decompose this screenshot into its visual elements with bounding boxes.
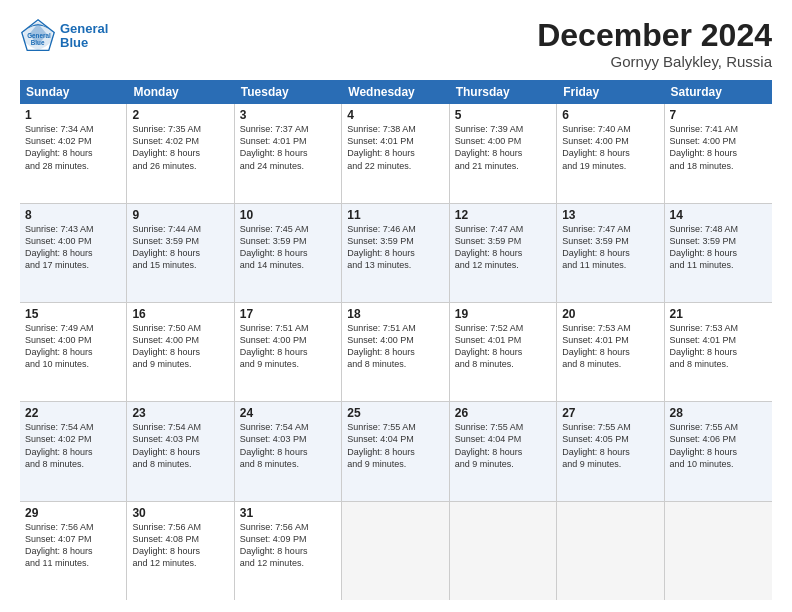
cell-info-line: Sunset: 4:03 PM xyxy=(132,433,228,445)
cell-info-line: Daylight: 8 hours xyxy=(562,446,658,458)
cell-info-line: Sunrise: 7:53 AM xyxy=(562,322,658,334)
cell-info-line: Sunrise: 7:44 AM xyxy=(132,223,228,235)
cal-cell: 17Sunrise: 7:51 AMSunset: 4:00 PMDayligh… xyxy=(235,303,342,401)
cell-info-line: and 18 minutes. xyxy=(670,160,767,172)
cell-info-line: Sunrise: 7:39 AM xyxy=(455,123,551,135)
cell-info-line: Daylight: 8 hours xyxy=(240,147,336,159)
cal-cell: 20Sunrise: 7:53 AMSunset: 4:01 PMDayligh… xyxy=(557,303,664,401)
cell-info-line: Sunset: 4:06 PM xyxy=(670,433,767,445)
cal-cell: 24Sunrise: 7:54 AMSunset: 4:03 PMDayligh… xyxy=(235,402,342,500)
day-number: 27 xyxy=(562,406,658,420)
cal-row-3: 15Sunrise: 7:49 AMSunset: 4:00 PMDayligh… xyxy=(20,303,772,402)
cell-info-line: Sunset: 4:03 PM xyxy=(240,433,336,445)
cal-cell: 18Sunrise: 7:51 AMSunset: 4:00 PMDayligh… xyxy=(342,303,449,401)
title-block: December 2024 Gornyy Balykley, Russia xyxy=(537,18,772,70)
cal-cell: 12Sunrise: 7:47 AMSunset: 3:59 PMDayligh… xyxy=(450,204,557,302)
cell-info-line: and 11 minutes. xyxy=(670,259,767,271)
header-day-sunday: Sunday xyxy=(20,80,127,104)
header-day-wednesday: Wednesday xyxy=(342,80,449,104)
cell-info-line: Sunrise: 7:41 AM xyxy=(670,123,767,135)
cell-info-line: and 9 minutes. xyxy=(132,358,228,370)
cell-info-line: Daylight: 8 hours xyxy=(240,545,336,557)
cell-info-line: and 15 minutes. xyxy=(132,259,228,271)
cell-info-line: and 9 minutes. xyxy=(347,458,443,470)
cal-cell: 8Sunrise: 7:43 AMSunset: 4:00 PMDaylight… xyxy=(20,204,127,302)
calendar: SundayMondayTuesdayWednesdayThursdayFrid… xyxy=(20,80,772,600)
cal-cell: 31Sunrise: 7:56 AMSunset: 4:09 PMDayligh… xyxy=(235,502,342,600)
header: General Blue General Blue December 2024 … xyxy=(20,18,772,70)
cell-info-line: Sunset: 3:59 PM xyxy=(347,235,443,247)
cell-info-line: Sunrise: 7:53 AM xyxy=(670,322,767,334)
cell-info-line: Daylight: 8 hours xyxy=(240,446,336,458)
day-number: 19 xyxy=(455,307,551,321)
day-number: 2 xyxy=(132,108,228,122)
day-number: 16 xyxy=(132,307,228,321)
cal-cell: 3Sunrise: 7:37 AMSunset: 4:01 PMDaylight… xyxy=(235,104,342,202)
cell-info-line: Daylight: 8 hours xyxy=(455,247,551,259)
cal-cell: 13Sunrise: 7:47 AMSunset: 3:59 PMDayligh… xyxy=(557,204,664,302)
day-number: 22 xyxy=(25,406,121,420)
cell-info-line: Daylight: 8 hours xyxy=(562,247,658,259)
cell-info-line: Sunset: 4:01 PM xyxy=(455,334,551,346)
cal-cell: 15Sunrise: 7:49 AMSunset: 4:00 PMDayligh… xyxy=(20,303,127,401)
cell-info-line: Sunset: 4:04 PM xyxy=(347,433,443,445)
cell-info-line: Sunrise: 7:51 AM xyxy=(240,322,336,334)
logo: General Blue General Blue xyxy=(20,18,108,54)
cell-info-line: Sunset: 4:02 PM xyxy=(132,135,228,147)
calendar-body: 1Sunrise: 7:34 AMSunset: 4:02 PMDaylight… xyxy=(20,104,772,600)
cell-info-line: Sunset: 4:00 PM xyxy=(670,135,767,147)
cell-info-line: Sunrise: 7:46 AM xyxy=(347,223,443,235)
cell-info-line: Daylight: 8 hours xyxy=(25,545,121,557)
cell-info-line: Sunset: 4:05 PM xyxy=(562,433,658,445)
cell-info-line: Sunrise: 7:54 AM xyxy=(25,421,121,433)
cell-info-line: Daylight: 8 hours xyxy=(670,247,767,259)
cal-cell: 14Sunrise: 7:48 AMSunset: 3:59 PMDayligh… xyxy=(665,204,772,302)
cal-cell: 21Sunrise: 7:53 AMSunset: 4:01 PMDayligh… xyxy=(665,303,772,401)
cell-info-line: and 12 minutes. xyxy=(455,259,551,271)
day-number: 14 xyxy=(670,208,767,222)
day-number: 7 xyxy=(670,108,767,122)
day-number: 25 xyxy=(347,406,443,420)
header-day-monday: Monday xyxy=(127,80,234,104)
cal-cell: 10Sunrise: 7:45 AMSunset: 3:59 PMDayligh… xyxy=(235,204,342,302)
cal-cell: 9Sunrise: 7:44 AMSunset: 3:59 PMDaylight… xyxy=(127,204,234,302)
cell-info-line: Sunrise: 7:47 AM xyxy=(455,223,551,235)
logo-blue: Blue xyxy=(60,35,88,50)
cell-info-line: Sunset: 4:09 PM xyxy=(240,533,336,545)
cell-info-line: Sunset: 4:00 PM xyxy=(347,334,443,346)
cell-info-line: Sunrise: 7:55 AM xyxy=(455,421,551,433)
cell-info-line: Sunset: 4:00 PM xyxy=(455,135,551,147)
cell-info-line: and 24 minutes. xyxy=(240,160,336,172)
cell-info-line: and 9 minutes. xyxy=(240,358,336,370)
cell-info-line: and 8 minutes. xyxy=(132,458,228,470)
cell-info-line: Sunrise: 7:34 AM xyxy=(25,123,121,135)
cell-info-line: Sunrise: 7:48 AM xyxy=(670,223,767,235)
cell-info-line: Sunrise: 7:55 AM xyxy=(347,421,443,433)
cell-info-line: Daylight: 8 hours xyxy=(670,446,767,458)
cell-info-line: Sunset: 3:59 PM xyxy=(240,235,336,247)
cell-info-line: Sunset: 4:00 PM xyxy=(25,334,121,346)
main-title: December 2024 xyxy=(537,18,772,53)
cal-cell: 16Sunrise: 7:50 AMSunset: 4:00 PMDayligh… xyxy=(127,303,234,401)
cell-info-line: and 8 minutes. xyxy=(347,358,443,370)
cell-info-line: and 12 minutes. xyxy=(132,557,228,569)
cell-info-line: and 8 minutes. xyxy=(670,358,767,370)
svg-text:Blue: Blue xyxy=(31,39,45,46)
cell-info-line: Daylight: 8 hours xyxy=(455,346,551,358)
cal-cell: 28Sunrise: 7:55 AMSunset: 4:06 PMDayligh… xyxy=(665,402,772,500)
cell-info-line: and 8 minutes. xyxy=(240,458,336,470)
cell-info-line: Sunrise: 7:40 AM xyxy=(562,123,658,135)
cell-info-line: Sunrise: 7:54 AM xyxy=(240,421,336,433)
day-number: 30 xyxy=(132,506,228,520)
cell-info-line: Sunrise: 7:37 AM xyxy=(240,123,336,135)
day-number: 12 xyxy=(455,208,551,222)
cal-cell: 7Sunrise: 7:41 AMSunset: 4:00 PMDaylight… xyxy=(665,104,772,202)
cal-cell xyxy=(665,502,772,600)
cell-info-line: Sunrise: 7:35 AM xyxy=(132,123,228,135)
cal-cell: 22Sunrise: 7:54 AMSunset: 4:02 PMDayligh… xyxy=(20,402,127,500)
cell-info-line: Daylight: 8 hours xyxy=(347,147,443,159)
cal-cell: 30Sunrise: 7:56 AMSunset: 4:08 PMDayligh… xyxy=(127,502,234,600)
logo-general: General xyxy=(60,21,108,36)
cell-info-line: and 11 minutes. xyxy=(562,259,658,271)
subtitle: Gornyy Balykley, Russia xyxy=(537,53,772,70)
